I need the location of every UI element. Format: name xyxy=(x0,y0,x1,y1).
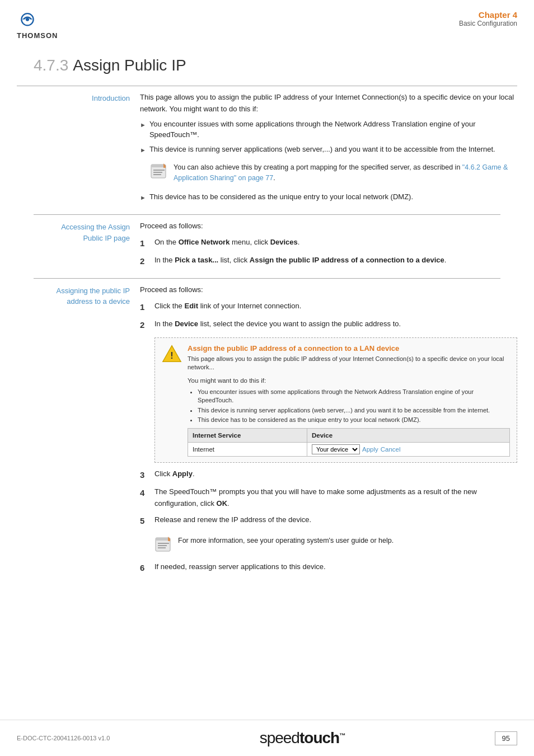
section-divider-1 xyxy=(34,214,500,215)
note-text: You can also achieve this by creating a … xyxy=(174,162,517,184)
cancel-link[interactable]: Cancel xyxy=(381,444,401,454)
brand-bold: touch xyxy=(299,729,339,746)
bold-devices: Devices xyxy=(270,238,298,246)
bullet-text: This device has to be considered as the … xyxy=(149,191,413,203)
bold-assign-public-ip: Assign the public IP address of a connec… xyxy=(250,256,444,264)
chapter-sub: Basic Configuration xyxy=(459,20,517,27)
footer-brand: speedtouch™ xyxy=(260,729,345,747)
warning-icon: ! xyxy=(162,344,182,364)
accessing-steps: 1 On the Office Network menu, click Devi… xyxy=(140,237,517,268)
step-5: 5 Release and renew the IP address of th… xyxy=(140,514,517,528)
list-item: This device has to be considered as the … xyxy=(198,416,510,424)
accessing-label-line2: Public IP page xyxy=(83,234,130,242)
chapter-area: Chapter 4 Basic Configuration xyxy=(459,10,517,27)
note-before: You can also achieve this by creating a … xyxy=(174,163,462,171)
list-item: ► This device has to be considered as th… xyxy=(140,191,517,203)
accessing-section: Accessing the Assign Public IP page Proc… xyxy=(17,220,517,273)
step-text: If needed, reassign server applications … xyxy=(154,561,326,573)
step-a1: 1 Click the Edit link of your Internet c… xyxy=(140,300,517,314)
introduction-section: Introduction This page allows you to ass… xyxy=(17,92,517,209)
logo-icon xyxy=(17,10,38,31)
bold-office-network: Office Network xyxy=(179,238,230,246)
step-a2: 2 In the Device list, select the device … xyxy=(140,318,517,332)
step-6: 6 If needed, reassign server application… xyxy=(140,561,517,575)
screenshot-list: You encounter issues with some applicati… xyxy=(198,388,510,425)
bold-edit: Edit xyxy=(184,302,198,310)
step-text: Click Apply. xyxy=(154,468,195,480)
select-cell: Your device Apply Cancel xyxy=(312,444,505,454)
screenshot-header: ! Assign the public IP address of a conn… xyxy=(162,344,510,372)
title-text: Assign Public IP xyxy=(73,57,186,74)
assigning-section: Assigning the public IP address to a dev… xyxy=(17,284,517,579)
bullet-text: You encounter issues with some applicati… xyxy=(149,119,517,140)
screenshot-table: Internet Service Device Internet xyxy=(188,428,510,457)
screenshot-box: ! Assign the public IP address of a conn… xyxy=(154,337,517,463)
table-header-device: Device xyxy=(307,428,509,442)
top-divider xyxy=(17,86,517,86)
step-3: 3 Click Apply. xyxy=(140,468,517,482)
section-divider-2 xyxy=(34,278,500,279)
table-header-service: Internet Service xyxy=(188,428,307,442)
bold-apply: Apply xyxy=(172,469,193,478)
bullet-arrow: ► xyxy=(140,120,146,130)
logo-text: THOMSON xyxy=(17,31,58,40)
bold-pick-a-task: Pick a task... xyxy=(175,256,218,264)
screenshot-title: Assign the public IP address of a connec… xyxy=(188,344,510,354)
step-text: Click the Edit link of your Internet con… xyxy=(154,300,301,312)
main-content: Introduction This page allows you to ass… xyxy=(0,92,534,602)
step-4: 4 The SpeedTouch™ prompts you that you w… xyxy=(140,486,517,510)
table-cell-service: Internet xyxy=(188,443,307,457)
introduction-body: This page allows you to assign the publi… xyxy=(140,92,517,209)
bullet-arrow: ► xyxy=(140,145,146,155)
page-header: THOMSON Chapter 4 Basic Configuration xyxy=(0,0,534,45)
note-box: You can also achieve this by creating a … xyxy=(150,159,517,187)
list-item: This device is running server applicatio… xyxy=(198,406,510,415)
device-select[interactable]: Your device xyxy=(312,444,360,454)
step-number: 2 xyxy=(140,318,150,332)
assigning-label-line1: Assigning the public IP xyxy=(56,287,130,295)
step-number: 2 xyxy=(140,255,150,268)
footer-tm: ™ xyxy=(339,732,345,739)
footer-doc: E-DOC-CTC-20041126-0013 v1.0 xyxy=(17,735,110,741)
note-box-5: For more information, see your operating… xyxy=(154,532,517,557)
steps-after: 3 Click Apply. 4 The SpeedTouch™ prompts… xyxy=(140,468,517,575)
step-text: On the Office Network menu, click Device… xyxy=(154,237,299,248)
bullet-arrow: ► xyxy=(140,193,146,203)
chapter-label: Chapter 4 xyxy=(459,10,517,20)
step-number: 3 xyxy=(140,468,150,482)
introduction-label: Introduction xyxy=(17,92,140,209)
step-number: 1 xyxy=(140,300,150,314)
page-number-box: 95 xyxy=(495,731,517,745)
note-icon-5 xyxy=(154,536,172,553)
accessing-proceed: Proceed as follows: xyxy=(140,220,517,232)
step-2: 2 In the Pick a task... list, click Assi… xyxy=(140,255,517,268)
svg-text:!: ! xyxy=(170,350,173,360)
page-title-area: 4.7.3Assign Public IP xyxy=(0,45,534,80)
note5-text: For more information, see your operating… xyxy=(178,536,394,546)
note-icon xyxy=(150,162,168,180)
table-row: Internet Your device Apply Cancel xyxy=(188,443,510,457)
brand-light: speed xyxy=(260,729,299,746)
step-text: In the Pick a task... list, click Assign… xyxy=(154,255,446,266)
accessing-label-line1: Accessing the Assign xyxy=(61,223,130,231)
page-number: 95 xyxy=(502,734,510,743)
bold-ok: OK xyxy=(217,499,228,508)
step-text: Release and renew the IP address of the … xyxy=(154,514,311,526)
step-number: 1 xyxy=(140,237,150,250)
list-item: You encounter issues with some applicati… xyxy=(198,388,510,405)
svg-point-1 xyxy=(26,18,29,21)
assigning-label-line2: address to a device xyxy=(67,297,130,306)
thomson-logo: THOMSON xyxy=(17,10,58,40)
bold-device: Device xyxy=(175,320,198,328)
list-item: ► You encounter issues with some applica… xyxy=(140,119,517,140)
screenshot-desc: This page allows you to assign the publi… xyxy=(188,355,510,372)
step-text: In the Device list, select the device yo… xyxy=(154,318,401,330)
step-text: The SpeedTouch™ prompts you that you wil… xyxy=(154,486,517,510)
screenshot-body: You might want to do this if: You encoun… xyxy=(188,375,510,457)
accessing-body: Proceed as follows: 1 On the Office Netw… xyxy=(140,220,517,273)
table-cell-device: Your device Apply Cancel xyxy=(307,443,509,457)
list-item: ► This device is running server applicat… xyxy=(140,144,517,155)
section-number: 4.7.3 xyxy=(34,57,68,74)
accessing-label: Accessing the Assign Public IP page xyxy=(17,220,140,273)
apply-link[interactable]: Apply xyxy=(362,444,378,454)
